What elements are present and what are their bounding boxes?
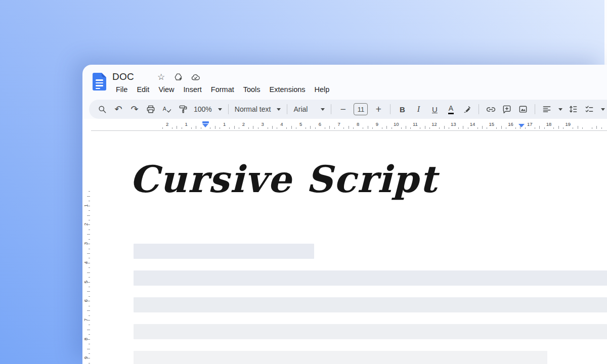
h-ruler-tick xyxy=(363,127,363,129)
h-ruler-number: 9 xyxy=(376,121,378,127)
h-ruler-tick xyxy=(353,127,354,129)
v-ruler-tick xyxy=(87,244,91,244)
h-ruler-tick xyxy=(177,126,177,129)
v-ruler-tick xyxy=(87,330,91,330)
style-caret-icon[interactable] xyxy=(277,108,281,111)
h-ruler-number: 18 xyxy=(546,121,552,127)
h-ruler-number: 13 xyxy=(451,121,456,127)
redo-button[interactable]: ↷ xyxy=(129,103,140,115)
h-ruler-tick xyxy=(506,127,506,129)
menu-item-edit[interactable]: Edit xyxy=(132,84,154,95)
checklist-button[interactable] xyxy=(584,103,595,115)
font-caret-icon[interactable] xyxy=(321,108,325,111)
h-ruler-tick xyxy=(468,127,468,129)
bold-button[interactable]: B xyxy=(397,103,408,115)
menu-bar: FileEditViewInsertFormatToolsExtensionsH… xyxy=(111,84,334,95)
print-button[interactable] xyxy=(145,103,156,115)
menu-item-tools[interactable]: Tools xyxy=(239,84,265,95)
separator xyxy=(535,104,535,114)
spelling-check-button[interactable]: A xyxy=(161,103,172,115)
menu-item-file[interactable]: File xyxy=(111,84,132,95)
h-ruler-tick xyxy=(487,127,487,129)
v-ruler-tick xyxy=(87,301,91,301)
h-ruler-tick xyxy=(215,126,215,129)
highlight-color-button[interactable] xyxy=(461,103,472,115)
h-ruler-number: 11 xyxy=(413,121,418,127)
increase-font-size-button[interactable]: + xyxy=(373,103,384,115)
menu-item-help[interactable]: Help xyxy=(310,84,334,95)
skeleton-line xyxy=(134,297,607,312)
decrease-font-size-button[interactable]: − xyxy=(337,103,349,115)
h-ruler-tick xyxy=(325,127,325,129)
v-ruler-tick xyxy=(87,234,91,235)
v-ruler-tick xyxy=(89,210,90,211)
v-ruler-tick xyxy=(87,196,91,197)
docs-window: DOC ☆ FileEditViewInsertFormatToolsExten… xyxy=(82,65,607,364)
h-ruler-tick xyxy=(277,127,277,129)
insert-image-button[interactable] xyxy=(517,103,529,115)
h-ruler-tick xyxy=(343,127,344,129)
insert-link-button[interactable] xyxy=(485,103,496,115)
document-heading[interactable]: Cursive Script xyxy=(129,157,438,201)
docs-logo-icon[interactable] xyxy=(93,73,106,90)
cloud-saved-icon[interactable] xyxy=(191,72,200,82)
vertical-ruler[interactable]: 123456789 xyxy=(82,131,91,364)
h-ruler-tick xyxy=(425,126,425,129)
text-color-button[interactable]: A xyxy=(448,104,454,114)
paragraph-style-select[interactable]: Normal text xyxy=(235,105,271,113)
h-ruler-tick xyxy=(463,126,463,129)
align-button[interactable] xyxy=(541,103,552,115)
v-ruler-tick xyxy=(89,325,90,325)
h-ruler-tick xyxy=(535,127,535,129)
h-ruler-tick xyxy=(210,127,210,129)
move-to-folder-icon[interactable] xyxy=(174,72,183,82)
h-ruler-tick xyxy=(515,127,516,129)
v-ruler-tick xyxy=(89,344,90,344)
h-ruler-tick xyxy=(386,126,387,129)
h-ruler-tick xyxy=(296,127,296,129)
v-ruler-tick xyxy=(87,358,91,358)
font-size-input[interactable]: 11 xyxy=(354,103,368,115)
h-ruler-tick xyxy=(563,127,563,129)
h-ruler-tick xyxy=(553,127,554,129)
v-ruler-tick xyxy=(89,267,90,268)
h-ruler-tick xyxy=(220,127,220,129)
star-icon[interactable]: ☆ xyxy=(156,72,166,82)
align-caret-icon[interactable] xyxy=(558,108,562,111)
h-ruler-tick xyxy=(234,126,235,129)
menu-item-insert[interactable]: Insert xyxy=(179,84,206,95)
document-page[interactable]: Cursive Script xyxy=(91,131,607,364)
font-family-select[interactable]: Arial xyxy=(293,105,315,113)
menu-item-format[interactable]: Format xyxy=(206,84,239,95)
h-ruler-tick xyxy=(429,127,430,129)
docs-logo-fold xyxy=(102,73,106,77)
h-ruler-tick xyxy=(310,126,311,129)
h-ruler-tick xyxy=(372,127,373,129)
h-ruler-tick xyxy=(539,126,540,129)
horizontal-ruler[interactable]: 2112345678910111213141516171819 xyxy=(82,119,607,130)
line-spacing-button[interactable] xyxy=(568,103,579,115)
h-ruler-number: 10 xyxy=(394,121,399,127)
h-ruler-tick xyxy=(286,127,287,129)
add-comment-button[interactable] xyxy=(501,103,512,115)
italic-button[interactable]: I xyxy=(413,103,424,115)
v-ruler-tick xyxy=(89,239,90,240)
h-ruler-number: 2 xyxy=(166,121,168,127)
zoom-select[interactable]: 100% xyxy=(194,105,212,113)
undo-button[interactable]: ↶ xyxy=(113,103,124,115)
v-ruler-tick xyxy=(87,339,91,340)
zoom-caret-icon[interactable] xyxy=(218,108,222,111)
menu-item-extensions[interactable]: Extensions xyxy=(265,84,310,95)
v-ruler-tick xyxy=(89,220,90,220)
document-title[interactable]: DOC xyxy=(112,71,134,82)
h-ruler-number: 1 xyxy=(185,121,188,127)
paint-format-button[interactable] xyxy=(178,103,189,115)
menu-item-view[interactable]: View xyxy=(154,84,179,95)
checklist-caret-icon[interactable] xyxy=(601,108,605,111)
h-ruler-number: 19 xyxy=(565,121,571,127)
separator xyxy=(228,104,229,114)
h-ruler-number: 2 xyxy=(242,121,245,127)
underline-button[interactable]: U xyxy=(429,103,440,115)
h-ruler-tick xyxy=(501,126,502,129)
search-menus-button[interactable] xyxy=(97,103,108,115)
